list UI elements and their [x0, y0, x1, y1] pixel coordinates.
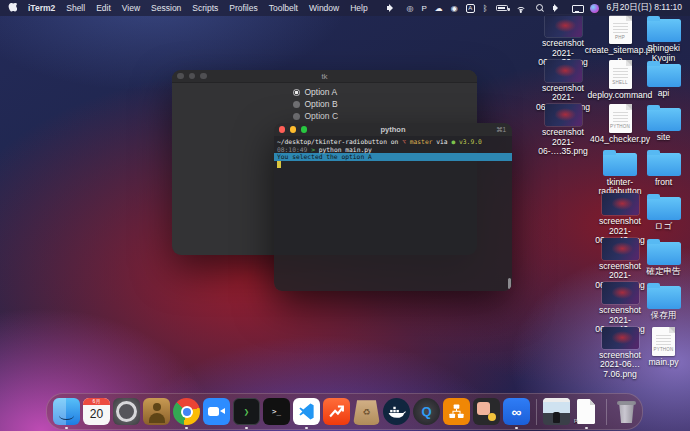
- terminal-icon[interactable]: >_: [263, 398, 290, 425]
- desktop-icon-[interactable]: 確定申告: [637, 238, 690, 277]
- input-source-icon[interactable]: A: [466, 4, 475, 13]
- radio-option-c[interactable]: Option C: [293, 110, 357, 122]
- file-type-badge: PYTHON: [654, 347, 674, 352]
- desktop-icon-main.py[interactable]: PYTHONmain.py: [637, 327, 690, 368]
- radio-button-icon[interactable]: [293, 101, 300, 108]
- dock-item-appcleaner[interactable]: ♻: [353, 398, 380, 425]
- menu-item-iterm2[interactable]: iTerm2: [28, 3, 55, 13]
- dock-item-docker[interactable]: [383, 398, 410, 425]
- terminal-scrollbar[interactable]: [508, 278, 511, 289]
- folder-icon: [647, 19, 681, 42]
- file-icon: PHP: [609, 15, 632, 44]
- radio-option-b[interactable]: Option B: [293, 98, 357, 110]
- folder-icon: [647, 197, 681, 220]
- desktop-icon-label: screenshot2021-06-….35.png: [535, 128, 591, 157]
- running-indicator-dot: [305, 427, 308, 430]
- desktop-icon-[interactable]: ロゴ: [637, 193, 690, 232]
- dock-item-gold-person-app[interactable]: [143, 398, 170, 425]
- dock-item-quicktime[interactable]: Q: [413, 398, 440, 425]
- calendar-month: 6月: [83, 398, 110, 405]
- menu-item-toolbelt[interactable]: Toolbelt: [269, 3, 298, 13]
- radio-option-a[interactable]: Option A: [293, 86, 357, 98]
- desktop-icon-[interactable]: 保存用: [637, 282, 690, 321]
- dock-item-iterm[interactable]: ❯: [233, 398, 260, 425]
- trash-icon[interactable]: [613, 398, 640, 425]
- file-icon: PYTHON: [609, 104, 632, 133]
- menu-bar: iTerm2ShellEditViewSessionScriptsProfile…: [0, 0, 690, 16]
- desktop-icon-label: 確定申告: [646, 267, 680, 277]
- terminal-window[interactable]: python ⌘1 ~/desktop/tkinter-radiobutton …: [274, 123, 512, 291]
- finder-icon[interactable]: [53, 398, 80, 425]
- radio-button-icon[interactable]: [293, 89, 300, 96]
- record-icon[interactable]: ◎: [406, 2, 413, 14]
- file-thumbnail-icon: [545, 104, 582, 126]
- dock-item-drawio[interactable]: [443, 398, 470, 425]
- dock-item-chart-arrow-app[interactable]: [323, 398, 350, 425]
- menu-item-shell[interactable]: Shell: [66, 3, 85, 13]
- docker-icon[interactable]: [383, 398, 410, 425]
- peach-dot-app-icon[interactable]: [473, 398, 500, 425]
- apple-menu-icon[interactable]: [8, 3, 17, 14]
- dock-item-zoom[interactable]: [203, 398, 230, 425]
- tk-titlebar[interactable]: tk: [172, 70, 477, 83]
- terminal-titlebar[interactable]: python ⌘1: [274, 123, 512, 136]
- radio-option-label: Option A: [305, 87, 338, 97]
- menu-item-scripts[interactable]: Scripts: [192, 3, 218, 13]
- dock-item-finder[interactable]: [53, 398, 80, 425]
- terminal-body[interactable]: ~/desktop/tkinter-radiobutton on ⌥ maste…: [274, 136, 512, 291]
- dock-item-terminal[interactable]: >_: [263, 398, 290, 425]
- desktop-icon-api[interactable]: api: [637, 60, 690, 99]
- document-icon[interactable]: p: [573, 398, 600, 425]
- gold-person-app-icon[interactable]: [143, 398, 170, 425]
- cloud-sync-icon[interactable]: ☁: [435, 2, 443, 14]
- battery-icon[interactable]: [496, 5, 508, 11]
- radio-button-icon[interactable]: [293, 113, 300, 120]
- play-menu-icon[interactable]: ◉: [451, 2, 458, 14]
- wifi-icon[interactable]: [516, 4, 527, 13]
- spotlight-icon[interactable]: [535, 3, 545, 13]
- dock-item-peach-dot-app[interactable]: [473, 398, 500, 425]
- dock-item-system-preferences[interactable]: [113, 398, 140, 425]
- vscode-icon[interactable]: [293, 398, 320, 425]
- zoom-icon[interactable]: [203, 398, 230, 425]
- dock-item-chrome[interactable]: [173, 398, 200, 425]
- appcleaner-icon[interactable]: ♻: [353, 398, 380, 425]
- calendar-day: 20: [90, 405, 103, 424]
- sound-output-icon[interactable]: [387, 4, 398, 13]
- infinity-app-icon[interactable]: ∞: [503, 398, 530, 425]
- system-preferences-icon[interactable]: [113, 398, 140, 425]
- chrome-icon[interactable]: [173, 398, 200, 425]
- menu-item-view[interactable]: View: [122, 3, 140, 13]
- menu-item-profiles[interactable]: Profiles: [229, 3, 257, 13]
- menu-item-help[interactable]: Help: [350, 3, 367, 13]
- desktop-icon-screenshot2021-06-.3[interactable]: screenshot2021-06-….35.png: [535, 104, 591, 157]
- siri-icon[interactable]: [590, 4, 599, 13]
- iterm-icon[interactable]: ❯: [233, 398, 260, 425]
- desktop-icon-site[interactable]: site: [637, 104, 690, 143]
- chart-arrow-app-icon[interactable]: [323, 398, 350, 425]
- menu-item-session[interactable]: Session: [151, 3, 181, 13]
- quicktime-icon[interactable]: Q: [413, 398, 440, 425]
- volume-icon[interactable]: [553, 4, 564, 13]
- onepassword-icon[interactable]: P: [421, 2, 426, 14]
- dock-item-calendar[interactable]: 6月20: [83, 398, 110, 425]
- bluetooth-icon[interactable]: ᛒ: [483, 2, 488, 14]
- menu-item-edit[interactable]: Edit: [96, 3, 111, 13]
- file-thumbnail-icon: [545, 60, 582, 82]
- dock-item-vscode[interactable]: [293, 398, 320, 425]
- menu-bar-clock[interactable]: 6月20日(日) 8:11:10: [607, 2, 682, 14]
- calendar-icon[interactable]: 6月20: [83, 398, 110, 425]
- dock-item-document[interactable]: p: [573, 398, 600, 425]
- dock-item-trash[interactable]: [613, 398, 640, 425]
- menu-item-window[interactable]: Window: [309, 3, 339, 13]
- minimized-window-icon[interactable]: [543, 398, 570, 425]
- display-icon[interactable]: [572, 4, 582, 13]
- dock-item-infinity-app[interactable]: ∞: [503, 398, 530, 425]
- drawio-icon[interactable]: [443, 398, 470, 425]
- dock-item-minimized-window[interactable]: [543, 398, 570, 425]
- running-indicator-dot: [245, 427, 248, 430]
- desktop-icon-front[interactable]: front: [637, 149, 690, 188]
- terminal-prompt-line: ~/desktop/tkinter-radiobutton on ⌥ maste…: [277, 138, 512, 146]
- folder-icon: [603, 153, 637, 176]
- running-indicator-dot: [65, 427, 68, 430]
